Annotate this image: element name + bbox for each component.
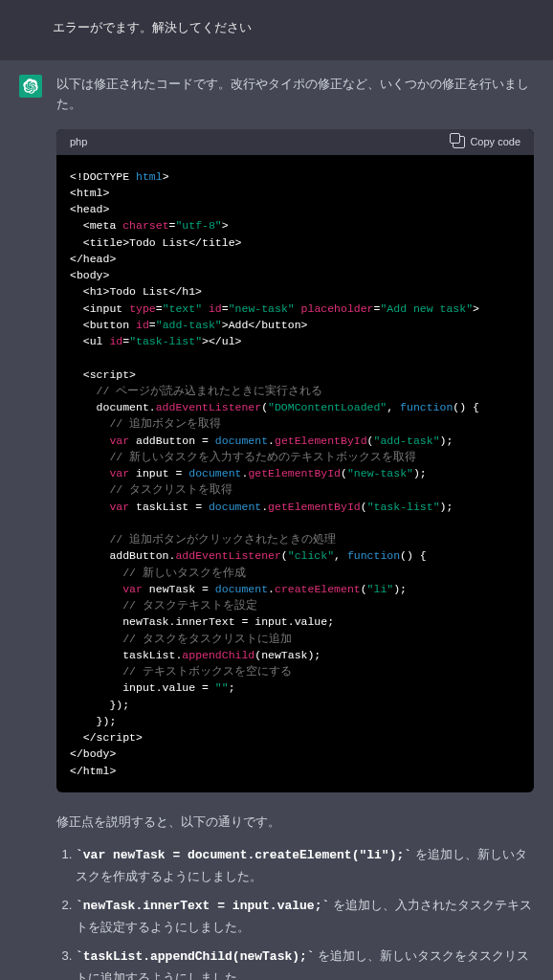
code-header: php Copy code bbox=[56, 129, 534, 155]
copy-label: Copy code bbox=[470, 136, 520, 147]
code-content[interactable]: <!DOCTYPE html><html><head> <meta charse… bbox=[56, 155, 534, 792]
assistant-content: 以下は修正されたコードです。改行やタイポの修正など、いくつかの修正を行いました。… bbox=[56, 75, 534, 980]
user-message-text: エラーがでます。解決してください bbox=[53, 20, 252, 34]
explanation-heading: 修正点を説明すると、以下の通りです。 bbox=[56, 812, 534, 833]
chatgpt-logo-icon bbox=[23, 78, 38, 94]
code-block: php Copy code <!DOCTYPE html><html><head… bbox=[56, 129, 534, 792]
copy-code-button[interactable]: Copy code bbox=[453, 136, 520, 148]
fix-item: `taskList.appendChild(newTask);` を追加し、新し… bbox=[76, 946, 534, 980]
copy-icon bbox=[453, 136, 465, 148]
fix-item: `newTask.innerText = input.value;` を追加し、… bbox=[76, 895, 534, 938]
assistant-avatar bbox=[19, 75, 42, 98]
fixes-list: `var newTask = document.createElement("l… bbox=[56, 844, 534, 980]
assistant-message: 以下は修正されたコードです。改行やタイポの修正など、いくつかの修正を行いました。… bbox=[0, 60, 553, 980]
code-language-label: php bbox=[70, 136, 87, 147]
fix-item: `var newTask = document.createElement("l… bbox=[76, 844, 534, 887]
assistant-intro-text: 以下は修正されたコードです。改行やタイポの修正など、いくつかの修正を行いました。 bbox=[56, 75, 534, 115]
user-message: エラーがでます。解決してください bbox=[0, 0, 553, 60]
